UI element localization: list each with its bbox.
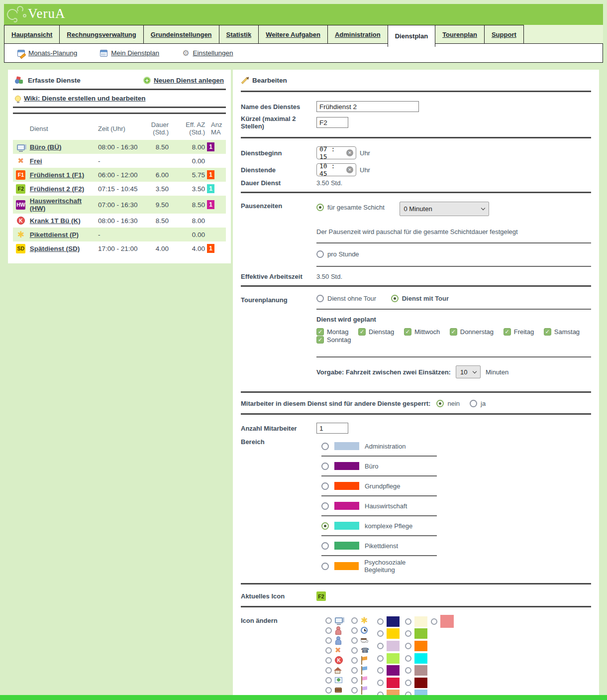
service-link[interactable]: Hausweritschaft (HW) bbox=[30, 197, 82, 212]
icon-radio[interactable] bbox=[325, 627, 332, 634]
color-radio[interactable] bbox=[377, 680, 384, 686]
icon-radio[interactable] bbox=[351, 687, 358, 694]
sperre-nein-option[interactable]: nein bbox=[436, 400, 460, 407]
radio-unselected[interactable] bbox=[321, 443, 329, 450]
service-link[interactable]: Frei bbox=[30, 157, 42, 165]
ende-time-input[interactable]: 10 : 45 ✕ bbox=[316, 163, 356, 176]
tab-tourenplan[interactable]: Tourenplan bbox=[435, 25, 485, 43]
bereich-grundpflege[interactable]: Grundpflege bbox=[321, 476, 437, 496]
icon-radio[interactable] bbox=[325, 657, 332, 664]
color-radio[interactable] bbox=[377, 655, 384, 662]
service-link[interactable]: Frühdienst 2 (F2) bbox=[30, 185, 85, 193]
pause-stunde-option[interactable]: pro Stunde bbox=[316, 250, 359, 258]
icon-radio[interactable] bbox=[351, 677, 358, 684]
tour-mit-option[interactable]: Dienst mit Tour bbox=[391, 295, 449, 302]
beginn-time-input[interactable]: 07 : 15 ✕ bbox=[316, 146, 356, 159]
radio-unselected[interactable] bbox=[321, 563, 329, 570]
name-input[interactable] bbox=[316, 101, 419, 112]
checkbox-checked[interactable] bbox=[544, 328, 551, 336]
subnav-einstellungen[interactable]: ⚙ Einstellungen bbox=[182, 49, 233, 57]
tab-rechnungsverwaltung[interactable]: Rechnungsverwaltung bbox=[59, 25, 143, 43]
bereich-hauswirtschaft[interactable]: Hauswirtschaft bbox=[321, 496, 437, 516]
icon-radio[interactable] bbox=[351, 657, 358, 664]
anzahl-input[interactable] bbox=[316, 423, 348, 434]
color-radio[interactable] bbox=[405, 643, 411, 649]
checkbox-checked[interactable] bbox=[450, 328, 457, 336]
color-radio[interactable] bbox=[405, 667, 411, 674]
bereich-komplexe-pflege[interactable]: komplexe Pflege bbox=[321, 516, 437, 536]
tab-administration[interactable]: Administration bbox=[327, 25, 388, 43]
service-link[interactable]: Krank 1T Bü (K) bbox=[30, 217, 81, 225]
icon-radio[interactable] bbox=[325, 677, 332, 684]
checkbox-checked[interactable] bbox=[316, 328, 324, 336]
check-montag[interactable]: Montag bbox=[316, 328, 348, 336]
service-link[interactable]: Pikettdienst (P) bbox=[30, 231, 79, 238]
clear-time-icon[interactable]: ✕ bbox=[346, 149, 353, 156]
tab-dienstplan[interactable]: Dienstplan bbox=[388, 25, 435, 47]
fahrzeit-select[interactable]: 10 bbox=[456, 365, 481, 378]
pause-schicht-option[interactable]: für gesamte Schicht bbox=[316, 204, 385, 211]
radio-unselected[interactable] bbox=[316, 295, 324, 302]
icon-radio[interactable] bbox=[325, 687, 332, 694]
tab-statistik[interactable]: Statistik bbox=[219, 25, 259, 43]
checkbox-checked[interactable] bbox=[316, 336, 324, 344]
radio-unselected[interactable] bbox=[321, 542, 329, 550]
tab-support[interactable]: Support bbox=[484, 25, 524, 43]
color-radio[interactable] bbox=[405, 680, 411, 686]
subnav-monats-planung[interactable]: Monats-Planung bbox=[17, 49, 77, 57]
bereich-pikettdienst[interactable]: Pikettdienst bbox=[321, 536, 437, 556]
color-radio[interactable] bbox=[377, 630, 384, 637]
icon-radio[interactable] bbox=[325, 667, 332, 674]
clear-time-icon[interactable]: ✕ bbox=[346, 166, 353, 173]
subnav-mein-dienstplan[interactable]: Mein Dienstplan bbox=[100, 49, 159, 57]
radio-selected[interactable] bbox=[321, 522, 329, 530]
icon-radio[interactable] bbox=[351, 617, 358, 624]
color-radio[interactable] bbox=[431, 618, 437, 625]
check-freitag[interactable]: Freitag bbox=[504, 328, 534, 336]
tab-grundeinstellungen[interactable]: Grundeinstellungen bbox=[143, 25, 219, 43]
icon-radio[interactable] bbox=[325, 647, 332, 654]
wiki-link[interactable]: Wiki: Dienste erstellen und bearbeiten bbox=[13, 95, 226, 102]
checkbox-checked[interactable] bbox=[504, 328, 511, 336]
color-radio[interactable] bbox=[405, 630, 411, 637]
checkbox-checked[interactable] bbox=[358, 328, 366, 336]
icon-radio[interactable] bbox=[351, 647, 358, 654]
radio-unselected[interactable] bbox=[470, 400, 477, 407]
radio-selected[interactable] bbox=[391, 295, 399, 302]
color-radio[interactable] bbox=[377, 667, 384, 674]
service-link[interactable]: Büro (BÜ) bbox=[30, 143, 62, 151]
radio-unselected[interactable] bbox=[316, 250, 324, 258]
bereich-administration[interactable]: Administration bbox=[321, 437, 437, 457]
pause-duration-select[interactable]: 0 Minuten bbox=[400, 202, 489, 216]
tour-ohne-option[interactable]: Dienst ohne Tour bbox=[316, 295, 376, 302]
icon-radio[interactable] bbox=[351, 667, 358, 674]
check-donnerstag[interactable]: Donnerstag bbox=[450, 328, 494, 336]
bereich-buero[interactable]: Büro bbox=[321, 457, 437, 476]
icon-radio[interactable] bbox=[351, 627, 358, 634]
check-samstag[interactable]: Samstag bbox=[544, 328, 580, 336]
radio-selected[interactable] bbox=[316, 204, 324, 211]
color-radio[interactable] bbox=[405, 618, 411, 625]
color-radio[interactable] bbox=[377, 643, 384, 649]
sperre-ja-option[interactable]: ja bbox=[470, 400, 486, 407]
check-sonntag[interactable]: Sonntag bbox=[316, 336, 351, 344]
check-mittwoch[interactable]: Mittwoch bbox=[404, 328, 440, 336]
color-radio[interactable] bbox=[405, 655, 411, 662]
icon-radio[interactable] bbox=[351, 637, 358, 644]
check-dienstag[interactable]: Dienstag bbox=[358, 328, 394, 336]
checkbox-checked[interactable] bbox=[404, 328, 411, 336]
color-radio[interactable] bbox=[377, 618, 384, 625]
tab-weitere-aufgaben[interactable]: Weitere Aufgaben bbox=[258, 25, 328, 43]
radio-unselected[interactable] bbox=[321, 502, 329, 510]
service-link[interactable]: Frühdienst 1 (F1) bbox=[30, 171, 85, 179]
radio-unselected[interactable] bbox=[321, 463, 329, 470]
icon-radio[interactable] bbox=[325, 617, 332, 624]
tab-hauptansicht[interactable]: Hauptansicht bbox=[4, 25, 60, 43]
radio-selected[interactable] bbox=[436, 400, 444, 407]
service-link[interactable]: Spätdienst (SD) bbox=[30, 245, 80, 252]
bereich-psychosoziale[interactable]: Psychosoziale Begleitung bbox=[321, 556, 437, 576]
icon-radio[interactable] bbox=[325, 637, 332, 644]
kuerzel-input[interactable] bbox=[316, 117, 348, 128]
new-service-link[interactable]: + Neuen Dienst anlegen bbox=[143, 77, 224, 84]
radio-unselected[interactable] bbox=[321, 482, 329, 490]
